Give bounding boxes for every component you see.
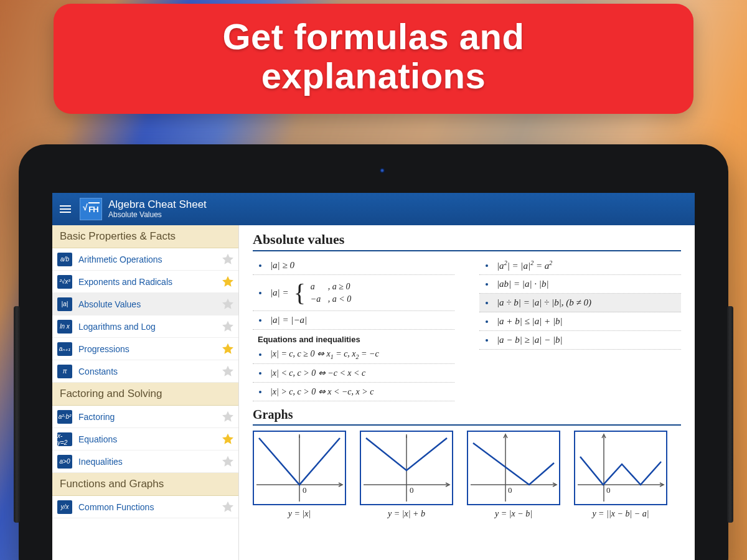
sidebar-item[interactable]: |a| Absolute Values xyxy=(52,293,238,315)
star-icon[interactable] xyxy=(221,253,235,266)
formula-row: |a| = { a, a ≥ 0−a, a < 0 xyxy=(253,275,454,311)
star-icon[interactable] xyxy=(221,365,235,378)
formula-row: |a − b| ≥ |a| − |b| xyxy=(479,331,681,350)
content-pane: Absolute values |a| ≥ 0 |a| = { a, a ≥ 0… xyxy=(239,225,695,560)
star-icon[interactable] xyxy=(221,500,235,514)
sidebar-item[interactable]: a>0 Inequalities xyxy=(52,450,238,473)
star-icon[interactable] xyxy=(221,297,235,311)
formula-row: |a| = |−a| xyxy=(253,311,454,330)
camera-dot xyxy=(380,168,385,173)
appbar-title: Algebra Cheat Sheet xyxy=(108,199,207,211)
star-icon[interactable] xyxy=(221,275,235,289)
sidebar-item-label: Absolute Values xyxy=(78,299,215,309)
content-heading: Absolute values xyxy=(253,231,681,248)
graph-label: y = |x| xyxy=(253,509,346,519)
graphs-row: 0 y = |x| 0 y = |x| + b xyxy=(253,431,681,519)
content-subheading: Equations and inequalities xyxy=(258,335,454,344)
star-icon[interactable] xyxy=(221,342,235,356)
formula-column-right: |a2| = |a|2 = a2|ab| = |a| · |b||a ÷ b| … xyxy=(479,256,681,401)
appbar-subtitle: Absolute Values xyxy=(108,211,207,219)
sidebar-section-header: Basic Properties & Facts xyxy=(52,225,238,248)
graph-card: 0 y = |x − b| xyxy=(467,431,560,519)
star-icon[interactable] xyxy=(221,455,235,469)
sidebar-item-icon: ln x xyxy=(57,320,72,334)
sidebar-item-label: Common Functions xyxy=(78,502,215,512)
sidebar-item-icon: x-y=2 xyxy=(57,432,72,446)
sidebar-item-icon: y/x xyxy=(57,500,72,514)
graph-card: 0 y = ||x − b| − a| xyxy=(574,431,667,519)
app-bar: FH Algebra Cheat Sheet Absolute Values xyxy=(52,193,695,225)
graph-label: y = |x − b| xyxy=(467,509,560,519)
graph-card: 0 y = |x| + b xyxy=(360,431,453,519)
sidebar: Basic Properties & Factsa/b Arithmetic O… xyxy=(52,225,239,560)
graph-plot: 0 xyxy=(574,431,667,505)
graph-plot: 0 xyxy=(360,431,453,505)
banner-line-1: Get formulas and xyxy=(83,17,664,57)
star-icon[interactable] xyxy=(221,410,235,424)
app-logo[interactable]: FH xyxy=(80,198,102,220)
formula-row: |a| ≥ 0 xyxy=(253,256,454,275)
sidebar-item-icon: aₙ₊₁ xyxy=(57,342,72,356)
sidebar-item[interactable]: x-y=2 Equations xyxy=(52,428,238,450)
sidebar-item[interactable]: a²·b² Factoring xyxy=(52,406,238,428)
sidebar-item[interactable]: ln x Logarithms and Log xyxy=(52,315,238,338)
sidebar-item[interactable]: ²√x³ Exponents and Radicals xyxy=(52,271,238,293)
sidebar-item-icon: a/b xyxy=(57,253,72,266)
sidebar-item-label: Equations xyxy=(78,434,215,444)
sidebar-item-label: Progressions xyxy=(78,344,215,354)
graph-plot: 0 xyxy=(467,431,560,505)
sidebar-item-icon: π xyxy=(57,365,72,378)
sidebar-item[interactable]: a/b Arithmetic Operations xyxy=(52,248,238,271)
sidebar-section-header: Factoring and Solving xyxy=(52,383,238,406)
sidebar-item-label: Constants xyxy=(78,366,215,376)
formula-row: |a ÷ b| = |a| ÷ |b|, (b ≠ 0) xyxy=(479,294,681,312)
sidebar-item[interactable]: y/x Common Functions xyxy=(52,496,238,518)
formula-row: |x| = c, c ≥ 0 ⇔ x1 = c, x2 = −c xyxy=(253,345,454,364)
sidebar-item-icon: a²·b² xyxy=(57,410,72,424)
graph-card: 0 y = |x| xyxy=(253,431,346,519)
graph-label: y = ||x − b| − a| xyxy=(574,509,667,519)
graph-plot: 0 xyxy=(253,431,346,505)
promo-banner: Get formulas and explanations xyxy=(54,4,693,114)
sidebar-item[interactable]: aₙ₊₁ Progressions xyxy=(52,338,238,360)
formula-row: |a + b| ≤ |a| + |b| xyxy=(479,312,681,331)
formula-row: |a2| = |a|2 = a2 xyxy=(479,256,681,275)
formula-row: |x| > c, c > 0 ⇔ x < −c, x > c xyxy=(253,383,454,401)
sidebar-item[interactable]: π Constants xyxy=(52,360,238,383)
sidebar-item-label: Arithmetic Operations xyxy=(78,254,215,264)
app-screen: FH Algebra Cheat Sheet Absolute Values B… xyxy=(52,193,695,560)
sidebar-item-icon: ²√x³ xyxy=(57,275,72,289)
star-icon[interactable] xyxy=(221,320,235,334)
sidebar-item-label: Exponents and Radicals xyxy=(78,277,215,287)
sidebar-item-icon: a>0 xyxy=(57,455,72,469)
sidebar-item-icon: |a| xyxy=(57,297,72,311)
sidebar-item-label: Logarithms and Log xyxy=(78,322,215,332)
graphs-heading: Graphs xyxy=(253,408,681,422)
sidebar-item-label: Factoring xyxy=(78,412,215,422)
star-icon[interactable] xyxy=(221,432,235,446)
tablet-frame: FH Algebra Cheat Sheet Absolute Values B… xyxy=(19,144,728,560)
formula-row: |ab| = |a| · |b| xyxy=(479,275,681,294)
formula-column-left: |a| ≥ 0 |a| = { a, a ≥ 0−a, a < 0|a| = |… xyxy=(253,256,454,401)
sidebar-section-header: Functions and Graphs xyxy=(52,473,238,496)
graph-label: y = |x| + b xyxy=(360,509,453,519)
sidebar-item-label: Inequalities xyxy=(78,457,215,467)
menu-icon[interactable] xyxy=(57,202,73,217)
banner-line-2: explanations xyxy=(83,57,664,96)
formula-row: |x| < c, c > 0 ⇔ −c < x < c xyxy=(253,364,454,383)
